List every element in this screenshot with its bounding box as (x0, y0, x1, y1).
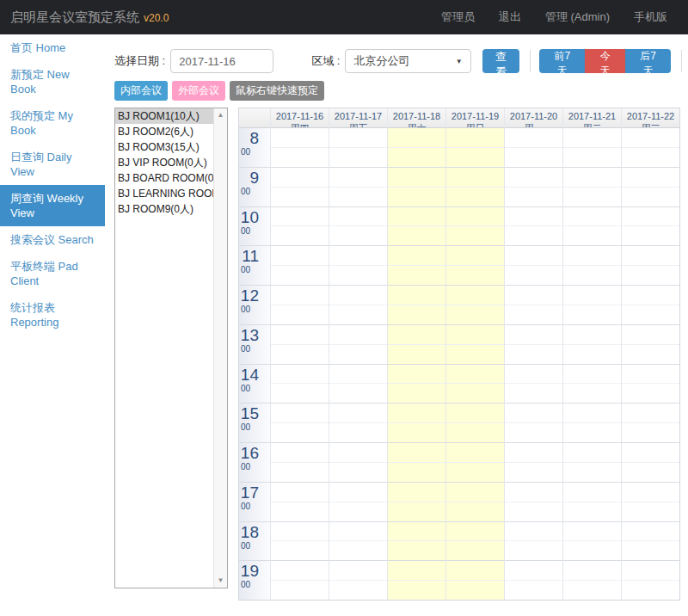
half-hour-slot[interactable] (505, 423, 562, 442)
half-hour-slot[interactable] (446, 365, 504, 385)
half-hour-slot[interactable] (505, 246, 562, 266)
room-list[interactable]: BJ ROOM1(10人)BJ ROOM2(6人)BJ ROOM3(15人)BJ… (114, 108, 228, 588)
room-option[interactable]: BJ ROOM9(0人) (115, 201, 214, 217)
top-nav-mobile[interactable]: 手机版 (634, 9, 667, 25)
half-hour-slot[interactable] (329, 522, 387, 542)
half-hour-slot[interactable] (388, 581, 445, 600)
half-hour-slot[interactable] (271, 168, 329, 188)
half-hour-slot[interactable] (271, 581, 329, 600)
half-hour-slot[interactable] (505, 443, 562, 463)
half-hour-slot[interactable] (622, 128, 679, 148)
half-hour-slot[interactable] (446, 305, 504, 324)
half-hour-slot[interactable] (329, 128, 387, 148)
half-hour-slot[interactable] (505, 148, 562, 167)
half-hour-slot[interactable] (622, 148, 679, 167)
half-hour-slot[interactable] (271, 463, 329, 482)
half-hour-slot[interactable] (563, 581, 621, 600)
half-hour-slot[interactable] (329, 226, 387, 245)
half-hour-slot[interactable] (271, 483, 329, 502)
half-hour-slot[interactable] (388, 502, 445, 521)
half-hour-slot[interactable] (505, 226, 562, 245)
half-hour-slot[interactable] (329, 148, 387, 167)
half-hour-slot[interactable] (622, 305, 679, 324)
half-hour-slot[interactable] (388, 286, 445, 305)
sidebar-item-pad-client[interactable]: 平板终端 Pad Client (0, 253, 105, 294)
half-hour-slot[interactable] (563, 463, 621, 482)
half-hour-slot[interactable] (563, 423, 621, 442)
half-hour-slot[interactable] (446, 522, 504, 542)
top-nav-manage[interactable]: 管理 (Admin) (545, 9, 610, 25)
half-hour-slot[interactable] (388, 305, 445, 324)
half-hour-slot[interactable] (622, 345, 679, 364)
half-hour-slot[interactable] (329, 483, 387, 502)
sidebar-item-weekly-view[interactable]: 周查询 Weekly View (0, 185, 105, 226)
half-hour-slot[interactable] (446, 188, 504, 206)
half-hour-slot[interactable] (505, 403, 562, 423)
half-hour-slot[interactable] (563, 188, 621, 206)
half-hour-slot[interactable] (388, 128, 445, 148)
half-hour-slot[interactable] (329, 403, 387, 423)
half-hour-slot[interactable] (622, 365, 679, 385)
half-hour-slot[interactable] (329, 365, 387, 385)
half-hour-slot[interactable] (505, 207, 562, 227)
half-hour-slot[interactable] (505, 502, 562, 521)
half-hour-slot[interactable] (563, 128, 621, 148)
half-hour-slot[interactable] (505, 325, 562, 345)
half-hour-slot[interactable] (622, 246, 679, 266)
half-hour-slot[interactable] (388, 325, 445, 345)
half-hour-slot[interactable] (271, 246, 329, 266)
half-hour-slot[interactable] (622, 541, 679, 560)
scroll-down-icon[interactable]: ▼ (214, 575, 227, 587)
half-hour-slot[interactable] (446, 541, 504, 560)
half-hour-slot[interactable] (505, 345, 562, 364)
room-option[interactable]: BJ ROOM1(10人) (115, 108, 214, 124)
half-hour-slot[interactable] (563, 502, 621, 521)
half-hour-slot[interactable] (505, 522, 562, 542)
half-hour-slot[interactable] (563, 305, 621, 324)
half-hour-slot[interactable] (388, 246, 445, 266)
half-hour-slot[interactable] (622, 226, 679, 245)
half-hour-slot[interactable] (388, 345, 445, 364)
half-hour-slot[interactable] (271, 384, 329, 403)
half-hour-slot[interactable] (446, 128, 504, 148)
half-hour-slot[interactable] (329, 207, 387, 227)
half-hour-slot[interactable] (271, 502, 329, 521)
half-hour-slot[interactable] (329, 581, 387, 600)
date-input[interactable] (170, 49, 273, 73)
half-hour-slot[interactable] (563, 403, 621, 423)
half-hour-slot[interactable] (329, 286, 387, 305)
half-hour-slot[interactable] (329, 325, 387, 345)
half-hour-slot[interactable] (446, 148, 504, 167)
half-hour-slot[interactable] (271, 266, 329, 285)
half-hour-slot[interactable] (563, 483, 621, 502)
half-hour-slot[interactable] (622, 325, 679, 345)
half-hour-slot[interactable] (622, 266, 679, 285)
half-hour-slot[interactable] (388, 226, 445, 245)
half-hour-slot[interactable] (329, 384, 387, 403)
half-hour-slot[interactable] (329, 541, 387, 560)
half-hour-slot[interactable] (271, 148, 329, 167)
half-hour-slot[interactable] (271, 403, 329, 423)
half-hour-slot[interactable] (563, 365, 621, 385)
half-hour-slot[interactable] (505, 305, 562, 324)
half-hour-slot[interactable] (446, 463, 504, 482)
half-hour-slot[interactable] (271, 207, 329, 227)
half-hour-slot[interactable] (563, 207, 621, 227)
half-hour-slot[interactable] (505, 266, 562, 285)
half-hour-slot[interactable] (388, 443, 445, 463)
half-hour-slot[interactable] (505, 541, 562, 560)
room-option[interactable]: BJ VIP ROOM(0人) (115, 155, 214, 170)
half-hour-slot[interactable] (388, 403, 445, 423)
half-hour-slot[interactable] (271, 443, 329, 463)
half-hour-slot[interactable] (388, 148, 445, 167)
room-option[interactable]: BJ ROOM2(6人) (115, 124, 214, 139)
next-7-days-button[interactable]: 后7天 (625, 49, 671, 73)
half-hour-slot[interactable] (622, 561, 679, 581)
half-hour-slot[interactable] (563, 286, 621, 305)
half-hour-slot[interactable] (505, 128, 562, 148)
half-hour-slot[interactable] (329, 246, 387, 266)
half-hour-slot[interactable] (563, 325, 621, 345)
half-hour-slot[interactable] (446, 207, 504, 227)
half-hour-slot[interactable] (622, 522, 679, 542)
sidebar-item-search[interactable]: 搜索会议 Search (0, 226, 105, 253)
